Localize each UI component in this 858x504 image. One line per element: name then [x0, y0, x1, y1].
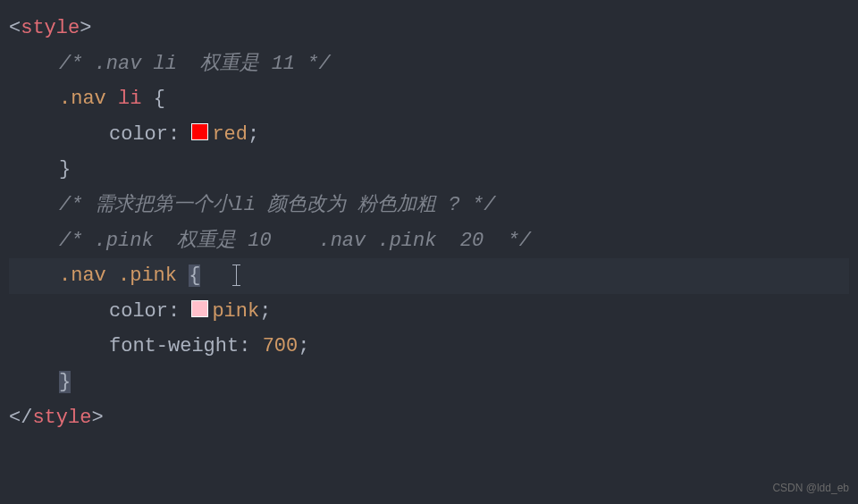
tag-close-bracket: >	[80, 17, 91, 39]
semicolon: ;	[298, 335, 309, 357]
tag-style: style	[32, 407, 91, 429]
colon: :	[239, 335, 262, 357]
text-cursor-icon	[236, 265, 237, 286]
code-line: </style>	[9, 400, 849, 436]
selector-class: .nav	[59, 265, 106, 287]
property-color: color	[109, 123, 168, 146]
value-700: 700	[263, 335, 299, 357]
brace-close: }	[59, 158, 71, 181]
semicolon: ;	[248, 123, 259, 146]
brace-close: }	[59, 371, 71, 393]
code-line: /* 需求把第一个小li 颜色改为 粉色加粗 ? */	[9, 188, 849, 223]
comment: /* .nav li 权重是 11 */	[59, 53, 331, 75]
selector-element: li	[118, 88, 141, 110]
watermark: CSDN @ldd_eb	[772, 479, 849, 499]
code-line: }	[9, 365, 849, 400]
comment: /* .pink 权重是 10 .nav .pink 20 */	[59, 230, 531, 252]
color-swatch-icon	[191, 300, 208, 317]
code-line-active: .nav .pink {	[9, 258, 849, 294]
tag-open-slash-bracket: </	[9, 407, 32, 429]
semicolon: ;	[259, 300, 271, 323]
code-line: font-weight: 700;	[9, 329, 849, 365]
code-line: /* .pink 权重是 10 .nav .pink 20 */	[9, 223, 849, 259]
code-editor[interactable]: <style> /* .nav li 权重是 11 */ .nav li { c…	[0, 0, 858, 446]
tag-style: style	[21, 17, 80, 39]
code-line: .nav li {	[9, 81, 849, 117]
code-line: }	[9, 152, 849, 188]
tag-open-bracket: <	[9, 17, 21, 39]
colon: :	[168, 123, 191, 146]
code-line: <style>	[9, 11, 849, 46]
selector-class: .pink	[118, 265, 177, 287]
tag-close-bracket: >	[91, 407, 103, 429]
property-fontweight: font-weight	[109, 335, 239, 357]
brace-open: {	[154, 88, 165, 110]
code-line: /* .nav li 权重是 11 */	[9, 46, 849, 82]
value-red: red	[212, 123, 248, 146]
code-line: color: red;	[9, 117, 849, 153]
code-line: color: pink;	[9, 294, 849, 330]
brace-open: {	[189, 265, 200, 287]
colon: :	[168, 300, 191, 323]
comment: /* 需求把第一个小li 颜色改为 粉色加粗 ? */	[59, 194, 495, 216]
selector-class: .nav	[59, 88, 106, 110]
color-swatch-icon	[191, 123, 208, 140]
property-color: color	[109, 300, 168, 323]
value-pink: pink	[212, 300, 259, 323]
